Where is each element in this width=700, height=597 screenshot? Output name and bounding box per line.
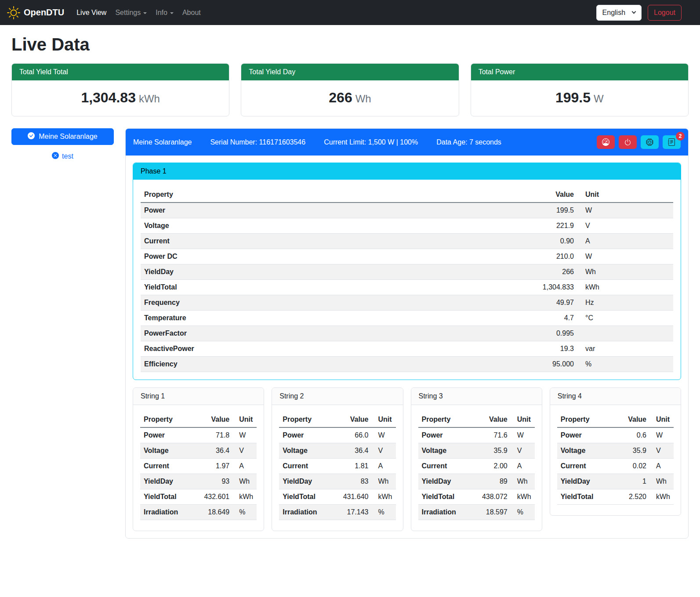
column-header-value: Value — [192, 412, 233, 427]
nav-about[interactable]: About — [178, 5, 205, 20]
nav-info[interactable]: Info — [151, 5, 178, 20]
power-button[interactable] — [619, 135, 637, 149]
table-row: Power DC210.0W — [141, 249, 673, 264]
nav-info-label: Info — [156, 9, 167, 17]
table-row: Voltage221.9V — [141, 218, 673, 234]
table-row: Power71.8W — [140, 427, 257, 443]
cell-unit: A — [577, 234, 673, 249]
cell-val: 1 — [614, 474, 650, 489]
column-header-value: Value — [402, 187, 577, 203]
cell-unit: Wh — [577, 264, 673, 280]
language-select[interactable]: English — [596, 5, 642, 21]
cell-val: 0.6 — [614, 427, 650, 443]
event-log-button[interactable]: 2 — [663, 135, 681, 149]
nav-settings-label: Settings — [115, 9, 141, 17]
cell-unit: var — [577, 341, 673, 357]
cell-prop: Voltage — [418, 443, 470, 459]
inverter-select-label: Meine Solaranlage — [39, 133, 97, 141]
cell-prop: Current — [279, 459, 331, 474]
cell-unit: V — [372, 443, 396, 459]
cell-val: 83 — [331, 474, 372, 489]
table-row: Voltage36.4V — [279, 443, 395, 459]
cell-val: 210.0 — [402, 249, 577, 264]
cell-unit: Wh — [233, 474, 257, 489]
cell-unit: Wh — [511, 474, 535, 489]
string-title: String 4 — [550, 388, 681, 405]
cell-unit: V — [577, 218, 673, 234]
column-header-value: Value — [331, 412, 372, 427]
cell-unit: A — [372, 459, 396, 474]
table-row: YieldTotal438.072kWh — [418, 489, 535, 505]
phase-title: Phase 1 — [133, 163, 681, 180]
cell-prop: Irradiation — [140, 505, 192, 520]
string-card-4: String 4 Property Value Unit — [550, 387, 681, 516]
cell-unit: kWh — [650, 489, 674, 505]
inverter-sidebar: Meine Solaranlage test — [11, 128, 114, 161]
column-header-property: Property — [279, 412, 331, 427]
cell-val: 95.000 — [402, 357, 577, 372]
cell-val: 18.649 — [192, 505, 233, 520]
cell-prop: PowerFactor — [141, 326, 402, 341]
table-row: Irradiation18.649% — [140, 505, 257, 520]
cell-prop: YieldTotal — [557, 489, 614, 505]
table-row: YieldTotal432.601kWh — [140, 489, 257, 505]
cell-unit: Wh — [650, 474, 674, 489]
page-content: Live Data Total Yield Total 1,304.83kWh … — [0, 25, 700, 550]
cell-val: 221.9 — [402, 218, 577, 234]
column-header-property: Property — [140, 412, 192, 427]
column-header-value: Value — [614, 412, 650, 427]
cell-prop: Power — [557, 427, 614, 443]
cell-val: 19.3 — [402, 341, 577, 357]
check-circle-icon — [28, 132, 35, 141]
sidebar-item-test[interactable]: test — [11, 152, 114, 161]
table-row: YieldTotal2.520kWh — [557, 489, 674, 505]
cell-unit: % — [233, 505, 257, 520]
cell-val: 2.00 — [470, 459, 511, 474]
table-row: Voltage36.4V — [140, 443, 257, 459]
cell-unit: V — [233, 443, 257, 459]
event-count-badge: 2 — [676, 132, 685, 141]
cell-val: 2.520 — [614, 489, 650, 505]
table-row: ReactivePower19.3var — [141, 341, 673, 357]
limit-settings-button[interactable] — [597, 135, 615, 149]
cell-prop: Current — [140, 459, 192, 474]
total-yield-total-unit: kWh — [139, 93, 160, 105]
column-header-property: Property — [557, 412, 614, 427]
table-row: YieldTotal1,304.833kWh — [141, 280, 673, 295]
nav-live-view[interactable]: Live View — [72, 5, 111, 20]
cell-unit: kWh — [372, 489, 396, 505]
total-yield-day-value: 266 — [329, 90, 352, 105]
cell-val: 1.81 — [331, 459, 372, 474]
cell-prop: YieldTotal — [418, 489, 470, 505]
cell-unit: kWh — [511, 489, 535, 505]
total-yield-total-value: 1,304.83 — [81, 90, 136, 105]
cell-val: 1,304.833 — [402, 280, 577, 295]
cell-prop: Power DC — [141, 249, 402, 264]
cell-prop: Current — [557, 459, 614, 474]
nav-settings[interactable]: Settings — [111, 5, 151, 20]
navbar: OpenDTU Live View Settings Info About En… — [0, 0, 700, 25]
string-card-1: String 1 Property Value Unit — [133, 387, 264, 531]
cell-prop: Temperature — [141, 311, 402, 326]
string-1-table: Property Value Unit Power71.8WVoltage36.… — [140, 412, 257, 520]
language-value: English — [602, 9, 625, 17]
table-row: PowerFactor0.995 — [141, 326, 673, 341]
cell-val: 432.601 — [192, 489, 233, 505]
inverter-select-button[interactable]: Meine Solaranlage — [11, 128, 114, 145]
string-3-table: Property Value Unit Power71.6WVoltage35.… — [418, 412, 535, 520]
table-row: Power71.6W — [418, 427, 535, 443]
cell-val: 1.97 — [192, 459, 233, 474]
brand-link[interactable]: OpenDTU — [7, 6, 64, 19]
cell-prop: Current — [418, 459, 470, 474]
cell-unit: V — [650, 443, 674, 459]
inverter-data-age: Data Age: 7 seconds — [436, 138, 501, 146]
table-row: Current1.81A — [279, 459, 395, 474]
column-header-unit: Unit — [577, 187, 673, 203]
string-4-table: Property Value Unit Power0.6WVoltage35.9… — [557, 412, 674, 505]
logout-button[interactable]: Logout — [648, 5, 682, 21]
table-row: Voltage35.9V — [557, 443, 674, 459]
card-title: Total Yield Day — [241, 64, 458, 80]
table-row: Temperature4.7°C — [141, 311, 673, 326]
table-header-row: Property Value Unit — [418, 412, 535, 427]
device-info-button[interactable] — [641, 135, 659, 149]
